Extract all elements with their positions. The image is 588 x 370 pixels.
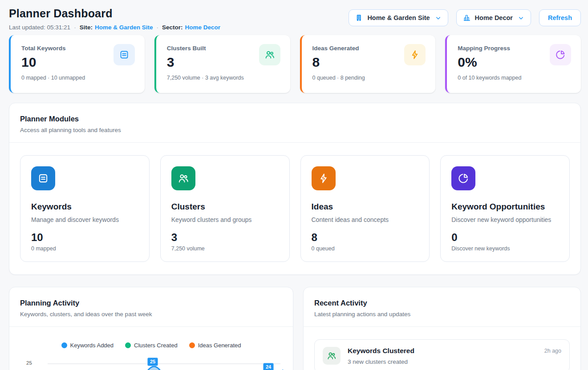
chevron-down-icon bbox=[518, 15, 524, 21]
activity-item-description: 3 new clusters created bbox=[348, 358, 414, 365]
stat-card-clusters-built: Clusters Built 3 7,250 volume · 3 avg ke… bbox=[154, 35, 290, 93]
planning-activity-panel: Planning Activity Keywords, clusters, an… bbox=[9, 287, 293, 370]
sector-label: Sector: bbox=[162, 24, 183, 31]
module-description: Content ideas and concepts bbox=[312, 216, 419, 223]
chart-legend: Keywords Added Clusters Created Ideas Ge… bbox=[9, 342, 293, 349]
users-icon bbox=[171, 166, 195, 190]
modules-panel-title: Planner Modules bbox=[20, 115, 570, 123]
header-actions: Home & Garden Site Home Decor Refresh bbox=[349, 9, 581, 26]
module-card-clusters[interactable]: Clusters Keyword clusters and groups 3 7… bbox=[160, 155, 290, 262]
last-updated-text: Last updated: 05:31:21 bbox=[9, 24, 70, 31]
stat-detail: 0 mapped · 10 unmapped bbox=[21, 75, 134, 81]
legend-label: Clusters Created bbox=[134, 342, 178, 349]
bar-chart-icon bbox=[463, 14, 471, 22]
module-card-keyword-opportunities[interactable]: Keyword Opportunities Discover new keywo… bbox=[440, 155, 570, 262]
module-value: 8 bbox=[312, 231, 419, 244]
site-label: Site: bbox=[80, 24, 93, 31]
module-description: Manage and discover keywords bbox=[31, 216, 138, 223]
data-label-24: 24 bbox=[263, 363, 274, 370]
module-value: 10 bbox=[31, 231, 138, 244]
page-header: Planner Dashboard Last updated: 05:31:21… bbox=[0, 0, 588, 31]
pie-chart-icon bbox=[550, 44, 571, 65]
module-title: Keywords bbox=[31, 202, 138, 212]
module-detail: 0 mapped bbox=[31, 245, 138, 252]
meta-separator: · bbox=[74, 24, 76, 31]
activity-item-texts: Keywords Clustered 3 new clusters create… bbox=[348, 347, 414, 365]
stat-card-total-keywords: Total Keywords 10 0 mapped · 10 unmapped bbox=[9, 35, 145, 93]
site-selector-dropdown[interactable]: Home & Garden Site bbox=[349, 9, 448, 26]
site-link[interactable]: Home & Garden Site bbox=[95, 24, 153, 31]
module-title: Ideas bbox=[312, 202, 419, 212]
stat-card-ideas-generated: Ideas Generated 8 0 queued · 8 pending bbox=[300, 35, 436, 93]
module-description: Keyword clusters and groups bbox=[171, 216, 279, 223]
stat-detail: 0 of 10 keywords mapped bbox=[458, 75, 570, 81]
modules-panel-subtitle: Access all planning tools and features bbox=[20, 127, 570, 133]
module-detail: Discover new keywords bbox=[451, 245, 559, 252]
chevron-down-icon bbox=[435, 15, 442, 21]
lightning-icon bbox=[312, 166, 336, 190]
page-title: Planner Dashboard bbox=[9, 7, 220, 20]
legend-dot-green bbox=[125, 342, 131, 348]
legend-label: Ideas Generated bbox=[198, 342, 241, 349]
data-label-25: 25 bbox=[147, 358, 158, 366]
document-icon bbox=[31, 166, 55, 190]
module-detail: 0 queued bbox=[312, 245, 419, 252]
module-title: Keyword Opportunities bbox=[451, 202, 559, 212]
activity-panel-title: Planning Activity bbox=[20, 299, 282, 307]
site-selector-label: Home & Garden Site bbox=[367, 14, 430, 21]
header-left: Planner Dashboard Last updated: 05:31:21… bbox=[9, 7, 220, 31]
module-value: 3 bbox=[171, 231, 279, 244]
users-icon bbox=[323, 347, 341, 365]
sector-link[interactable]: Home Decor bbox=[185, 24, 220, 31]
stat-detail: 7,250 volume · 3 avg keywords bbox=[167, 75, 280, 81]
legend-item-keywords-added[interactable]: Keywords Added bbox=[61, 342, 114, 349]
sector-selector-dropdown[interactable]: Home Decor bbox=[456, 9, 531, 26]
legend-item-clusters-created[interactable]: Clusters Created bbox=[125, 342, 178, 349]
stats-row: Total Keywords 10 0 mapped · 10 unmapped… bbox=[9, 35, 581, 93]
activity-item-keywords-clustered[interactable]: Keywords Clustered 3 new clusters create… bbox=[314, 339, 570, 370]
legend-item-ideas-generated[interactable]: Ideas Generated bbox=[189, 342, 241, 349]
module-card-ideas[interactable]: Ideas Content ideas and concepts 8 0 que… bbox=[300, 155, 430, 262]
legend-dot-orange bbox=[189, 342, 195, 348]
users-icon bbox=[259, 44, 280, 65]
document-icon bbox=[114, 44, 135, 65]
activity-chart: 25 25 24 bbox=[20, 355, 282, 370]
modules-panel-header: Planner Modules Access all planning tool… bbox=[9, 103, 580, 142]
modules-grid: Keywords Manage and discover keywords 10… bbox=[9, 143, 580, 274]
sector-selector-label: Home Decor bbox=[475, 14, 513, 21]
module-description: Discover new keyword opportunities bbox=[451, 216, 559, 223]
legend-dot-blue bbox=[61, 342, 67, 348]
activity-item-title: Keywords Clustered bbox=[348, 347, 414, 355]
module-detail: 7,250 volume bbox=[171, 245, 279, 252]
meta-separator: · bbox=[156, 24, 158, 31]
activity-panel-subtitle: Keywords, clusters, and ideas over the p… bbox=[20, 311, 282, 318]
divider bbox=[9, 326, 293, 327]
legend-label: Keywords Added bbox=[70, 342, 114, 349]
divider bbox=[304, 326, 580, 327]
building-icon bbox=[355, 14, 363, 22]
stat-detail: 0 queued · 8 pending bbox=[312, 75, 425, 81]
activity-item-timestamp: 2h ago bbox=[544, 347, 561, 354]
module-card-keywords[interactable]: Keywords Manage and discover keywords 10… bbox=[20, 155, 150, 262]
refresh-button[interactable]: Refresh bbox=[539, 9, 581, 26]
recent-panel-header: Recent Activity Latest planning actions … bbox=[304, 287, 580, 326]
module-value: 0 bbox=[451, 231, 559, 244]
lightning-icon bbox=[404, 44, 426, 65]
module-title: Clusters bbox=[171, 202, 279, 212]
header-meta: Last updated: 05:31:21 · Site: Home & Ga… bbox=[9, 24, 220, 31]
pie-chart-icon bbox=[451, 166, 475, 190]
recent-activity-panel: Recent Activity Latest planning actions … bbox=[303, 287, 581, 370]
recent-panel-title: Recent Activity bbox=[314, 299, 570, 307]
activity-panel-header: Planning Activity Keywords, clusters, an… bbox=[9, 287, 293, 326]
stat-card-mapping-progress: Mapping Progress 0% 0 of 10 keywords map… bbox=[445, 35, 581, 93]
planner-modules-panel: Planner Modules Access all planning tool… bbox=[9, 103, 581, 275]
bottom-row: Planning Activity Keywords, clusters, an… bbox=[9, 287, 581, 370]
recent-panel-subtitle: Latest planning actions and updates bbox=[314, 311, 570, 318]
